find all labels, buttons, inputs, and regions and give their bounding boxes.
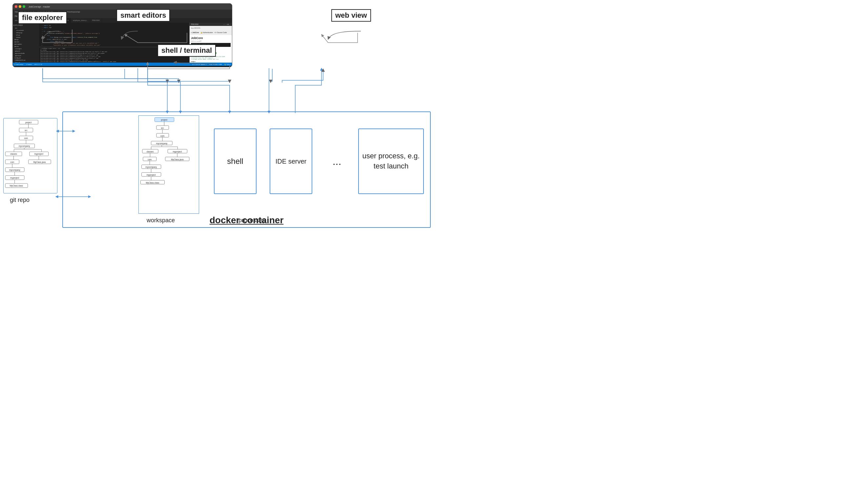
status-ports: Ports: ✦ 8000 ✦ 3308 <box>209 64 222 65</box>
ide-statusbar: ⚡ JobCore/api ⎇ master ⊗ 0 ⚠ 4 ↕ 11 Ln 1… <box>13 63 232 66</box>
svg-text:com: com <box>10 161 14 163</box>
bottom-diagram: project src com mycompany classes <box>0 82 434 248</box>
file-static[interactable]: ▶ static <box>14 41 38 43</box>
file-coveragerc[interactable]: .coveragerc <box>14 48 38 50</box>
svg-text:myproject: myproject <box>10 177 19 179</box>
svg-text:project: project <box>161 119 168 121</box>
label-shell-terminal: shell / terminal <box>157 44 216 57</box>
svg-text:mycompany: mycompany <box>156 142 168 145</box>
svg-text:com: com <box>148 158 152 160</box>
preview-badges-label: badges <box>191 61 231 62</box>
status-errors: ⊗ 0 ⚠ 4 ↕ 11 <box>34 64 42 65</box>
file-gitpod-yml[interactable]: .gitpod.yml <box>14 54 38 57</box>
minimize-dot <box>19 5 21 8</box>
workspace-label: workspace <box>147 217 175 224</box>
git-repo-box: project src com mycompany classes <box>3 118 57 193</box>
preview-nav-code: </> Source Code <box>214 32 227 33</box>
file-gitignore[interactable]: .gitignore <box>14 50 38 52</box>
status-git: ⎇ master <box>26 64 32 65</box>
svg-text:com: com <box>24 137 28 139</box>
docker-container-box: project src com mycompany <box>62 112 431 228</box>
user-process-box: user process, e.g. test launch <box>358 129 424 194</box>
file-wsgi[interactable]: wsgi.py <box>14 36 38 38</box>
svg-text:mycompany: mycompany <box>19 145 30 148</box>
svg-text:myproject: myproject <box>147 174 156 176</box>
ide-titlebar: JobCore/api - master <box>13 4 232 10</box>
preview-nav-auth-link: 🔒 Authentication <box>200 32 213 33</box>
file-templates[interactable]: ▶ templates <box>14 43 38 45</box>
preview-title-label: PREVIEW <box>191 23 199 25</box>
git-tree-svg: project src com mycompany classes <box>4 118 57 191</box>
status-pos: Ln 1, Col 1 LF Spaces: 2 <box>192 64 207 65</box>
workspace-tree-svg: project src com mycompany <box>139 116 199 215</box>
terminal-line-8: [20/Jun/2019 06:27:10] "GET /static/rest… <box>40 61 188 63</box>
preview-header: PREVIEW ← → ⊕ ... <box>189 23 232 26</box>
svg-text:MyClass.java: MyClass.java <box>33 161 46 164</box>
file-cleansql[interactable]: clean.sql <box>14 61 38 63</box>
ide-server-label: IDE server <box>276 157 306 166</box>
ide-title: JobCore/api - master <box>29 5 50 8</box>
svg-text:myproject: myproject <box>172 151 182 153</box>
svg-text:mycompany: mycompany <box>9 169 21 171</box>
file-urls[interactable]: urls.py <box>14 34 38 36</box>
ide-server-box: IDE server <box>270 129 312 194</box>
preview-nav-auth: ≡ JobCore <box>191 32 199 33</box>
file-changelog[interactable]: CHANGELOG.md <box>14 59 38 61</box>
svg-text:MyClass.class: MyClass.class <box>10 185 23 187</box>
label-web-view: web view <box>331 9 371 22</box>
explorer-title: EXPLORER <box>14 24 38 27</box>
maximize-dot <box>23 5 25 8</box>
svg-text:MyClass.java: MyClass.java <box>171 158 184 161</box>
file-settings[interactable]: settings.py <box>14 32 38 34</box>
ellipsis-box: ... <box>326 129 348 194</box>
preview-url-bar: https://8000-f98... <box>189 26 232 30</box>
tab-preview[interactable]: PREVIEW <box>90 18 102 23</box>
svg-text:src: src <box>161 127 164 129</box>
docker-container-label: docker container <box>210 215 284 225</box>
svg-text:src: src <box>24 129 27 132</box>
tab-employee[interactable]: employee_views.p... <box>71 18 90 23</box>
git-repo-label: git repo <box>10 197 30 204</box>
file-venv[interactable]: ▶ venv <box>14 45 38 48</box>
workspace-box: project src com mycompany <box>138 115 199 214</box>
shell-process-box: shell <box>214 129 256 194</box>
ide-code-editor: 1#!/usr/bin/env python 2import os 3impor… <box>39 23 189 47</box>
menu-file: File <box>15 15 17 17</box>
status-lang: 🐍 Python <box>224 64 231 65</box>
svg-text:project: project <box>25 121 32 124</box>
file-gitpod-docker[interactable]: .gitpod.dockerfile <box>14 52 38 54</box>
file-buddy[interactable]: buddy.yml <box>14 57 38 59</box>
svg-text:classes: classes <box>147 151 153 153</box>
ide-file-explorer: EXPLORER .env .env.example settings.py u… <box>13 23 39 63</box>
file-logs[interactable]: ▶ logs <box>14 38 38 41</box>
svg-text:mycompany: mycompany <box>145 166 157 169</box>
file-env-example[interactable]: .env.example <box>14 29 38 32</box>
svg-text:myproject: myproject <box>34 153 44 155</box>
user-process-label: user process, e.g. test launch <box>359 151 423 171</box>
close-dot <box>15 5 17 8</box>
shell-process-label: shell <box>227 157 243 166</box>
ellipsis-label: ... <box>333 155 341 168</box>
svg-text:classes: classes <box>10 153 17 155</box>
svg-text:com: com <box>161 135 164 137</box>
preview-api-sub: JobCore main API <box>191 40 231 42</box>
status-branch: ⚡ JobCore/api <box>14 64 23 65</box>
preview-nav-icons: ← → ⊕ ... <box>223 23 231 25</box>
label-smart-editors: smart editors <box>116 9 170 22</box>
file-env[interactable]: .env <box>14 27 38 29</box>
label-file-explorer: file explorer <box>18 12 67 24</box>
svg-text:MyClass.class: MyClass.class <box>146 182 159 184</box>
preview-api-title: JobCore <box>191 36 231 40</box>
